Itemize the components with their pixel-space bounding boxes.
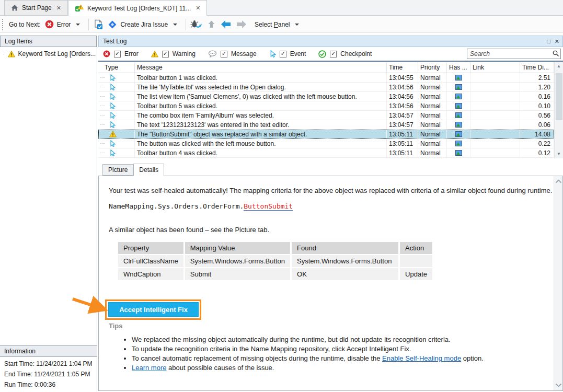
test-log-icon [75,4,84,12]
main-toolbar: Go to Next: Error [0,16,563,33]
table-row[interactable]: The button was clicked with the left mou… [98,139,554,148]
filter-event[interactable]: Event [269,50,306,58]
table-row[interactable]: Toolbar button 4 was clicked.13:05:11Nor… [98,148,554,158]
table-row-selected[interactable]: The "ButtonSubmit" object was replaced w… [98,130,554,139]
search-icon[interactable] [553,50,559,57]
cursor-event-icon [109,74,116,82]
filter-message[interactable]: Message [208,50,257,58]
col-property: Property [118,242,183,254]
navigate-forward-button[interactable] [236,20,247,29]
checkpoint-icon [318,50,326,58]
run-time-value: Run Time: 0:00:36 [0,378,97,388]
maximize-icon[interactable]: □ [547,38,550,45]
col-time-diff[interactable]: Time Di... [520,62,554,73]
tab-start-page[interactable]: Start Page ✕ [4,0,68,15]
tab-picture[interactable]: Picture [102,164,133,176]
filter-label: Event [290,50,306,57]
filter-warning[interactable]: Warning [151,50,196,57]
col-type[interactable]: Type [98,62,135,73]
tab-keyword-test-log[interactable]: Keyword Test Log [Orders_KDT] 11... ✕ [68,0,208,16]
log-items-sidebar: Log Items Keyword Test Log [Orders... In… [0,33,97,392]
table-row[interactable]: The file 'MyTable.tbl' was selected in t… [98,83,554,92]
error-icon [103,50,110,57]
cursor-event-icon [109,112,116,119]
create-jira-issue-button[interactable]: Create Jira Issue [108,20,177,29]
warning-icon [8,51,15,57]
cursor-event-icon [109,102,116,110]
accept-intelligent-fix-button[interactable]: Accept Intelligent Fix [108,302,199,317]
start-time-value: Start Time: 11/24/2021 1:04 PM [0,357,97,367]
filter-label: Error [124,50,139,57]
similar-object-paragraph: A similar object has been found – see th… [109,226,554,234]
create-issue-button[interactable] [93,19,104,30]
warning-checkbox[interactable] [162,51,169,57]
detail-tabs: Picture Details [102,164,164,176]
picture-icon [455,103,462,109]
col-priority[interactable]: Priority [418,62,447,73]
scrollbar-thumb[interactable] [556,73,562,120]
close-icon[interactable]: ✕ [194,5,201,11]
filter-error[interactable]: Error [103,50,139,57]
enable-self-healing-link[interactable]: Enable Self-Healing mode [382,354,461,362]
close-icon[interactable]: ✕ [555,38,559,45]
scroll-down-icon[interactable]: ▼ [557,152,561,156]
up-arrow-icon [207,20,216,29]
select-panel-dropdown[interactable]: Select Panel [255,21,299,28]
filter-label: Checkpoint [340,50,372,57]
message-bubble-icon [208,50,217,58]
table-row[interactable]: Toolbar button 5 was clicked.13:04:56Nor… [98,101,554,111]
details-panel: Your test was self-healed automatically!… [98,176,563,391]
button-submit-link[interactable]: ButtonSubmit [244,202,293,211]
tab-label: Start Page [22,4,52,11]
table-row[interactable]: The list view item ('Samuel Clemens', 0)… [98,92,554,101]
log-table: Type Message Time Priority Has ... Link … [98,62,554,158]
filter-checkpoint[interactable]: Checkpoint [318,50,372,58]
picture-icon [455,150,462,156]
chevron-down-icon [295,24,299,26]
cursor-event-icon [109,140,116,147]
learn-more-link[interactable]: Learn more [132,364,166,372]
chevron-down-icon [173,24,177,26]
tip-item: To update the recognition criteria in th… [132,344,554,354]
col-action: Action [400,242,432,254]
cursor-event-icon [109,121,116,129]
picture-icon [455,141,462,146]
left-arrow-icon [220,20,232,29]
test-log-title: Test Log [103,38,127,45]
search-input[interactable] [467,49,561,59]
col-has-picture[interactable]: Has ... [447,62,470,73]
end-time-value: End Time: 11/24/2021 1:05 PM [0,367,97,378]
scroll-up-icon [555,179,562,183]
tip-item: Learn more about possible causes of the … [132,363,554,373]
post-bug-button[interactable] [190,19,203,29]
details-scrollbar[interactable] [554,176,562,390]
home-icon [11,4,18,11]
scroll-up-icon[interactable]: ▲ [557,64,561,68]
warning-icon [151,51,158,57]
close-icon[interactable]: ✕ [55,5,62,11]
col-message[interactable]: Message [135,62,387,73]
col-time[interactable]: Time [387,62,418,73]
navigate-back-button[interactable] [220,20,232,29]
up-one-level-button[interactable] [207,20,216,29]
event-checkbox[interactable] [280,51,286,57]
col-mapping-value: Mapping Value [185,242,290,254]
error-dropdown-label: Error [57,21,71,28]
right-arrow-icon [236,20,247,29]
table-row[interactable]: Toolbar button 1 was clicked.13:04:55Nor… [98,73,554,83]
checkpoint-checkbox[interactable] [330,51,337,57]
sidebar-item-keyword-test-log[interactable]: Keyword Test Log [Orders... [0,47,97,57]
go-to-next-error-dropdown[interactable]: Error [45,20,81,29]
col-link[interactable]: Link [470,62,520,73]
cursor-event-icon [269,50,276,58]
create-jira-issue-label: Create Jira Issue [120,21,168,28]
error-checkbox[interactable] [114,51,121,57]
table-scrollbar[interactable]: ▲ ▼ [554,62,563,158]
table-row[interactable]: The text '123123123123' was entered in t… [98,120,554,130]
message-checkbox[interactable] [221,51,227,57]
picture-icon [455,112,462,118]
tip-item: To cancel automatic replacement of missi… [132,354,554,363]
tab-details[interactable]: Details [133,164,164,176]
table-row[interactable]: The combo box item 'FamilyAlbum' was sel… [98,111,554,120]
toolbar-grip[interactable] [2,19,5,30]
